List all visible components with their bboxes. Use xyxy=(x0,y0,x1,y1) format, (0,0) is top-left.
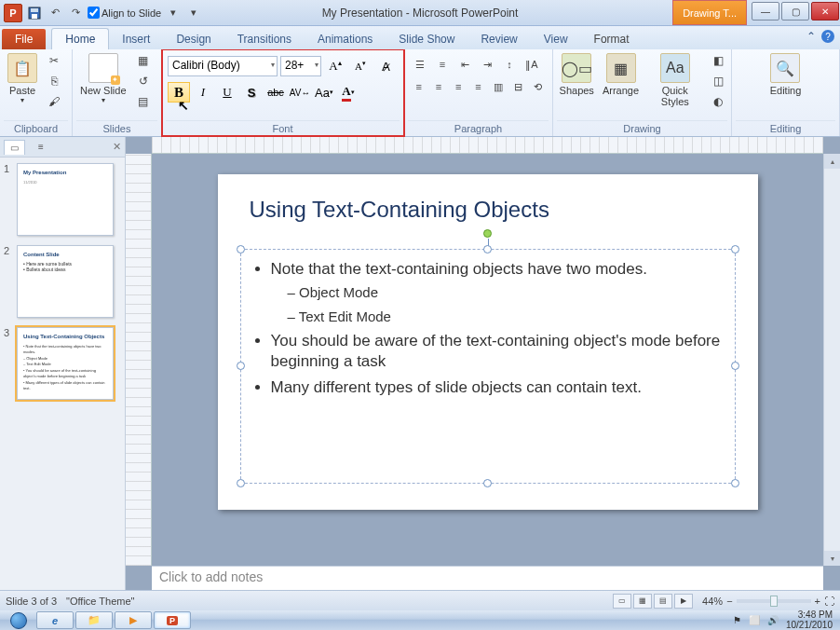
vertical-scrollbar[interactable]: ▴ ▾ xyxy=(823,154,840,566)
thumb-row[interactable]: 3 Using Text-Containing Objects• Note th… xyxy=(4,327,121,400)
section-icon[interactable]: ▤ xyxy=(134,92,153,111)
line-spacing-icon[interactable]: ↕ xyxy=(499,55,520,74)
panel-close-icon[interactable]: ✕ xyxy=(113,141,121,153)
zoom-value[interactable]: 44% xyxy=(702,596,723,607)
align-left-icon[interactable]: ≡ xyxy=(410,77,427,96)
scroll-down-icon[interactable]: ▾ xyxy=(824,551,840,566)
clear-formatting-icon[interactable]: A̷ xyxy=(374,56,397,76)
taskbar-powerpoint[interactable]: P xyxy=(154,611,191,629)
thumb-row[interactable]: 2 Content Slide• Here are some bullets •… xyxy=(4,245,121,318)
content-textbox[interactable]: Note that the text-containing objects ha… xyxy=(240,249,736,484)
justify-icon[interactable]: ≡ xyxy=(469,77,487,96)
align-checkbox[interactable] xyxy=(88,7,100,19)
increase-indent-icon[interactable]: ⇥ xyxy=(477,55,497,74)
minimize-ribbon-icon[interactable]: ⌃ xyxy=(806,30,816,43)
font-size-combo[interactable]: 28+▾ xyxy=(280,56,321,76)
copy-icon[interactable]: ⎘ xyxy=(45,72,63,90)
align-dropdown-icon[interactable]: ▾ xyxy=(165,5,182,21)
save-icon[interactable] xyxy=(26,5,43,21)
tab-file[interactable]: File xyxy=(2,29,46,49)
underline-button[interactable]: U xyxy=(216,82,238,103)
italic-button[interactable]: I xyxy=(192,82,214,103)
shape-effects-icon[interactable]: ◐ xyxy=(709,92,727,111)
normal-view-icon[interactable]: ▭ xyxy=(613,594,631,609)
zoom-thumb[interactable] xyxy=(770,596,778,607)
text-direction-icon[interactable]: ‖A xyxy=(522,55,542,74)
panel-tab-outline[interactable]: ≡ xyxy=(33,140,49,154)
tab-slideshow[interactable]: Slide Show xyxy=(386,29,467,49)
start-button[interactable] xyxy=(2,610,35,630)
clock[interactable]: 3:48 PM 10/21/2010 xyxy=(786,610,833,630)
grow-font-icon[interactable]: A▴ xyxy=(324,56,346,76)
slide-title[interactable]: Using Text-Containing Objects xyxy=(250,197,726,223)
zoom-in-icon[interactable]: + xyxy=(815,596,820,607)
decrease-indent-icon[interactable]: ⇤ xyxy=(454,55,475,74)
columns-icon[interactable]: ▥ xyxy=(489,77,507,96)
redo-icon[interactable]: ↷ xyxy=(67,5,84,21)
resize-handle[interactable] xyxy=(731,245,739,253)
align-to-slide-toggle[interactable]: Align to Slide xyxy=(88,7,161,19)
bullet-list[interactable]: Note that the text-containing objects ha… xyxy=(254,259,722,398)
new-slide-button[interactable]: ✦ New Slide▾ xyxy=(76,51,130,106)
tab-insert[interactable]: Insert xyxy=(109,29,163,49)
minimize-button[interactable]: — xyxy=(752,2,779,21)
ruler-horizontal[interactable] xyxy=(152,137,823,154)
undo-icon[interactable]: ↶ xyxy=(47,5,63,21)
resize-handle[interactable] xyxy=(483,245,492,253)
change-case-button[interactable]: Aa▾ xyxy=(313,82,335,103)
scroll-up-icon[interactable]: ▴ xyxy=(824,154,840,169)
reading-view-icon[interactable]: ▤ xyxy=(654,594,672,609)
layout-icon[interactable]: ▦ xyxy=(134,51,153,70)
slide[interactable]: Using Text-Containing Objects Note that … xyxy=(218,174,758,510)
thumbnail-2[interactable]: Content Slide• Here are some bullets • B… xyxy=(17,245,114,318)
tab-design[interactable]: Design xyxy=(163,29,224,49)
resize-handle[interactable] xyxy=(237,479,245,487)
notes-pane[interactable]: Click to add notes xyxy=(152,566,823,590)
align-text-icon[interactable]: ⊟ xyxy=(508,77,526,96)
shape-fill-icon[interactable]: ◧ xyxy=(709,51,727,70)
qat-customize-icon[interactable]: ▾ xyxy=(185,5,202,21)
editing-button[interactable]: 🔍Editing xyxy=(766,51,806,98)
arrange-button[interactable]: ▦Arrange xyxy=(600,51,641,98)
shape-outline-icon[interactable]: ◫ xyxy=(709,72,727,90)
font-color-button[interactable]: A▾ xyxy=(337,82,359,103)
panel-tab-slides[interactable]: ▭ xyxy=(4,140,25,155)
ruler-vertical[interactable] xyxy=(126,154,152,566)
help-icon[interactable]: ? xyxy=(821,30,834,43)
sorter-view-icon[interactable]: ▦ xyxy=(633,594,652,609)
align-center-icon[interactable]: ≡ xyxy=(429,77,447,96)
taskbar-explorer[interactable]: 📁 xyxy=(75,611,113,629)
taskbar-media[interactable]: ▶ xyxy=(115,611,152,629)
cut-icon[interactable]: ✂ xyxy=(45,51,63,70)
thumbnail-1[interactable]: My Presentation11/2010 xyxy=(17,163,114,236)
tray-flag-icon[interactable]: ⚑ xyxy=(733,615,741,625)
thumb-row[interactable]: 1 My Presentation11/2010 xyxy=(4,163,121,236)
tray-network-icon[interactable]: ⬜ xyxy=(749,615,760,625)
strikethrough-button[interactable]: abc xyxy=(264,82,287,103)
rotate-handle[interactable] xyxy=(483,229,492,238)
paste-button[interactable]: 📋 Paste▾ xyxy=(4,51,41,106)
shrink-font-icon[interactable]: A▾ xyxy=(349,56,372,76)
zoom-slider[interactable] xyxy=(737,599,811,603)
tab-review[interactable]: Review xyxy=(467,29,530,49)
bullets-icon[interactable]: ☰ xyxy=(410,55,430,74)
format-painter-icon[interactable]: 🖌 xyxy=(45,92,63,111)
smartart-icon[interactable]: ⟲ xyxy=(529,77,547,96)
font-family-combo[interactable]: Calibri (Body)▾ xyxy=(168,56,278,76)
taskbar-ie[interactable]: e xyxy=(36,611,74,629)
quick-styles-button[interactable]: AaQuick Styles xyxy=(645,51,705,109)
numbering-icon[interactable]: ≡ xyxy=(432,55,453,74)
resize-handle[interactable] xyxy=(483,479,492,487)
slideshow-view-icon[interactable]: ▶ xyxy=(674,594,693,609)
shapes-button[interactable]: ◯▭Shapes xyxy=(557,51,596,98)
shadow-button[interactable]: S xyxy=(240,82,263,103)
bold-button[interactable]: B↖ xyxy=(168,82,190,103)
resize-handle[interactable] xyxy=(237,245,245,253)
align-right-icon[interactable]: ≡ xyxy=(450,77,467,96)
tab-format[interactable]: Format xyxy=(581,29,643,49)
tray-volume-icon[interactable]: 🔊 xyxy=(767,615,779,625)
tab-view[interactable]: View xyxy=(531,29,581,49)
thumbnail-3[interactable]: Using Text-Containing Objects• Note that… xyxy=(17,327,114,400)
char-spacing-button[interactable]: AV↔ xyxy=(289,82,311,103)
maximize-button[interactable]: ▢ xyxy=(781,2,809,21)
